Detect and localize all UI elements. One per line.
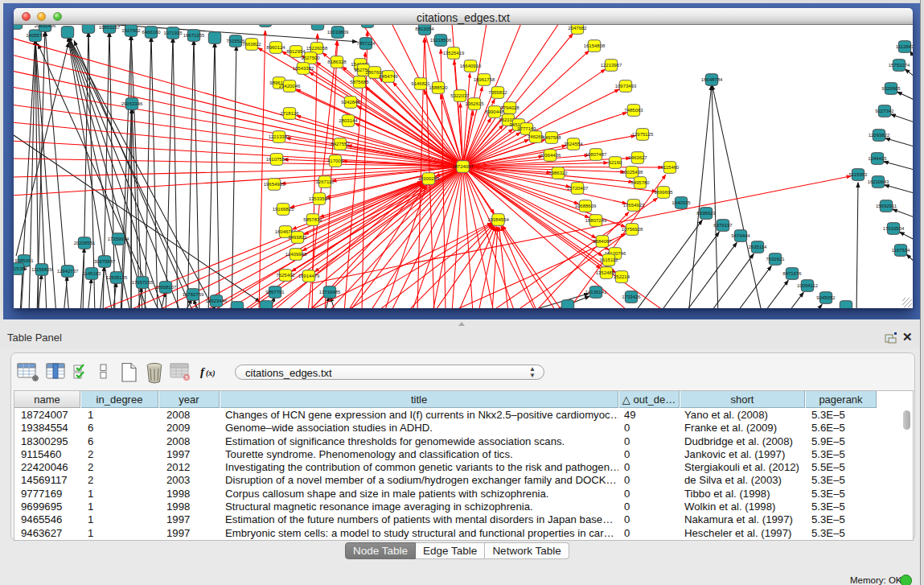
svg-text:16648784: 16648784 bbox=[701, 77, 723, 82]
svg-text:10033809: 10033809 bbox=[327, 30, 349, 35]
svg-text:8813054: 8813054 bbox=[415, 27, 434, 31]
svg-text:7632621: 7632621 bbox=[766, 257, 785, 262]
svg-text:16154808: 16154808 bbox=[584, 43, 606, 48]
svg-text:30975887: 30975887 bbox=[94, 259, 116, 264]
svg-text:18724007: 18724007 bbox=[452, 164, 474, 169]
svg-text:1588520: 1588520 bbox=[429, 85, 448, 90]
svg-text:8912954: 8912954 bbox=[286, 49, 306, 54]
svg-text:417006: 417006 bbox=[327, 159, 344, 163]
svg-text:7986322: 7986322 bbox=[548, 171, 568, 175]
svg-text:12409948: 12409948 bbox=[285, 252, 307, 257]
svg-text:3493822: 3493822 bbox=[288, 235, 307, 240]
svg-text:15751074: 15751074 bbox=[889, 63, 910, 68]
svg-text:15226058: 15226058 bbox=[306, 46, 328, 51]
svg-text:16914479: 16914479 bbox=[298, 274, 320, 278]
svg-text:20206551: 20206551 bbox=[74, 241, 96, 245]
svg-text:9463627: 9463627 bbox=[628, 155, 647, 160]
svg-text:10973493: 10973493 bbox=[615, 84, 637, 89]
svg-text:29053346: 29053346 bbox=[121, 101, 143, 106]
svg-text:20364436: 20364436 bbox=[540, 153, 561, 158]
svg-text:18807249: 18807249 bbox=[585, 218, 607, 223]
svg-text:10756928: 10756928 bbox=[622, 227, 643, 232]
svg-text:15720407: 15720407 bbox=[567, 186, 589, 191]
svg-text:1167534: 1167534 bbox=[892, 248, 911, 253]
svg-text:62160: 62160 bbox=[609, 160, 622, 165]
svg-text:6466160: 6466160 bbox=[142, 30, 161, 35]
svg-text:17957255: 17957255 bbox=[132, 280, 154, 285]
svg-text:(x): (x) bbox=[206, 369, 216, 378]
svg-text:19218506: 19218506 bbox=[430, 38, 452, 43]
svg-text:8990448: 8990448 bbox=[485, 109, 504, 114]
svg-text:15692911: 15692911 bbox=[876, 204, 897, 208]
svg-text:1733426: 1733426 bbox=[622, 295, 641, 299]
svg-text:13533594: 13533594 bbox=[309, 196, 331, 201]
svg-text:3267110: 3267110 bbox=[316, 179, 335, 184]
svg-text:9146821: 9146821 bbox=[411, 81, 430, 86]
svg-text:12093822: 12093822 bbox=[869, 133, 890, 138]
svg-text:252214: 252214 bbox=[614, 274, 630, 279]
svg-text:8960124: 8960124 bbox=[266, 45, 285, 50]
svg-text:1640935: 1640935 bbox=[671, 200, 691, 205]
svg-text:19654983: 19654983 bbox=[264, 182, 285, 187]
svg-text:1244415: 1244415 bbox=[868, 156, 887, 161]
svg-text:16210643: 16210643 bbox=[868, 179, 889, 184]
svg-text:17010504: 17010504 bbox=[883, 226, 905, 231]
svg-text:10025438: 10025438 bbox=[622, 170, 643, 175]
svg-text:2047682: 2047682 bbox=[568, 26, 587, 31]
svg-text:1362615: 1362615 bbox=[465, 101, 484, 106]
svg-text:9242848: 9242848 bbox=[341, 100, 360, 105]
svg-text:13525419: 13525419 bbox=[443, 51, 465, 56]
svg-text:3915384: 3915384 bbox=[14, 266, 27, 271]
svg-text:2803144: 2803144 bbox=[339, 118, 358, 123]
svg-text:16671355: 16671355 bbox=[183, 33, 205, 38]
svg-text:1405571: 1405571 bbox=[26, 33, 45, 38]
svg-text:7857224: 7857224 bbox=[356, 41, 376, 46]
svg-text:16782759: 16782759 bbox=[183, 292, 204, 297]
svg-text:19166825: 19166825 bbox=[273, 207, 294, 212]
svg-text:9227342: 9227342 bbox=[875, 109, 894, 113]
svg-text:6497568: 6497568 bbox=[542, 135, 561, 140]
svg-text:3624554: 3624554 bbox=[564, 142, 583, 146]
svg-text:6379197: 6379197 bbox=[713, 223, 733, 228]
svg-text:8938923: 8938923 bbox=[696, 211, 716, 216]
svg-text:10054112: 10054112 bbox=[797, 283, 819, 288]
svg-text:17359934: 17359934 bbox=[108, 237, 129, 241]
svg-text:f: f bbox=[200, 365, 206, 378]
svg-text:12942737: 12942737 bbox=[57, 269, 79, 274]
svg-text:7955812: 7955812 bbox=[488, 90, 507, 95]
svg-text:12505135: 12505135 bbox=[106, 275, 128, 280]
svg-text:13716485: 13716485 bbox=[319, 290, 341, 295]
svg-text:1615112: 1615112 bbox=[600, 257, 619, 262]
svg-text:5115953: 5115953 bbox=[849, 172, 869, 177]
svg-text:9115460: 9115460 bbox=[661, 165, 680, 170]
svg-text:2718126: 2718126 bbox=[280, 111, 299, 116]
svg-text:1527602: 1527602 bbox=[121, 28, 141, 33]
svg-text:2935114: 2935114 bbox=[749, 245, 768, 249]
svg-text:9684067: 9684067 bbox=[593, 239, 612, 244]
svg-text:16961758: 16961758 bbox=[474, 77, 495, 82]
svg-text:5857832: 5857832 bbox=[303, 217, 322, 222]
svg-text:9857791: 9857791 bbox=[265, 290, 285, 295]
svg-text:1112843: 1112843 bbox=[896, 44, 913, 49]
svg-text:16543382: 16543382 bbox=[293, 66, 314, 71]
svg-text:18300295: 18300295 bbox=[418, 176, 440, 181]
svg-text:9329965: 9329965 bbox=[881, 86, 901, 91]
svg-text:12975125: 12975125 bbox=[632, 132, 654, 137]
svg-text:7485063: 7485063 bbox=[624, 108, 643, 113]
svg-text:5495780: 5495780 bbox=[630, 180, 650, 185]
svg-text:12213967: 12213967 bbox=[601, 63, 622, 68]
svg-text:10958107: 10958107 bbox=[155, 285, 177, 290]
svg-text:7663822: 7663822 bbox=[242, 42, 261, 47]
svg-text:5322037: 5322037 bbox=[450, 93, 470, 98]
svg-text:9474444: 9474444 bbox=[731, 233, 750, 238]
svg-text:12923446: 12923446 bbox=[206, 299, 228, 303]
svg-text:8471676: 8471676 bbox=[782, 271, 802, 276]
svg-text:20691406: 20691406 bbox=[35, 25, 56, 28]
svg-text:16640910: 16640910 bbox=[460, 64, 482, 68]
svg-text:8454749: 8454749 bbox=[379, 74, 398, 79]
svg-text:10807487: 10807487 bbox=[585, 152, 607, 157]
svg-text:9527500: 9527500 bbox=[301, 56, 320, 60]
svg-text:16107554: 16107554 bbox=[266, 157, 288, 162]
svg-text:19384554: 19384554 bbox=[487, 217, 509, 222]
svg-text:10688609: 10688609 bbox=[575, 204, 597, 208]
